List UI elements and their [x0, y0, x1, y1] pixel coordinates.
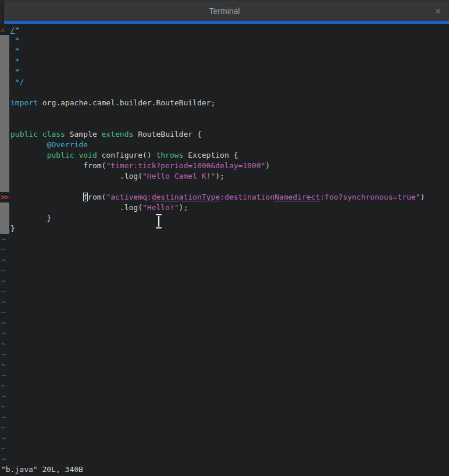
sign-column [0, 140, 9, 150]
sign-column [0, 45, 9, 56]
code-line[interactable]: } [0, 223, 449, 234]
empty-line-tilde: ~ [0, 402, 449, 412]
empty-line-tilde: ~ [0, 265, 449, 276]
sign-column [0, 87, 9, 98]
code-token: :destination [220, 193, 275, 201]
empty-line-tilde: ~ [0, 276, 449, 286]
code-token: Namedirect [275, 193, 320, 201]
code-token: public class [10, 130, 65, 138]
code-token: } [10, 224, 15, 233]
empty-line-tilde: ~ [0, 244, 449, 255]
code-line[interactable]: * [0, 66, 449, 77]
empty-line-tilde: ~ [0, 307, 449, 318]
code-token: * [15, 25, 20, 34]
empty-line-tilde: ~ [0, 297, 449, 307]
titlebar-left-edge [0, 1, 4, 24]
empty-line-tilde: ~ [0, 422, 449, 433]
titlebar[interactable]: Terminal × [0, 0, 449, 21]
sign-column [0, 66, 9, 77]
vim-block-cursor: f [83, 193, 88, 201]
sign-column [0, 203, 9, 213]
sign-column [0, 129, 9, 140]
code-token: public void [47, 151, 97, 159]
sign-column [0, 119, 9, 129]
code-line[interactable]: .log("Hello Camel K!"); [0, 171, 449, 182]
code-token: ) [265, 161, 270, 170]
code-token: import [10, 98, 38, 107]
warning-icon: ⚠ [1, 24, 10, 35]
close-icon[interactable]: × [433, 6, 443, 16]
code-token: RouteBuilder { [133, 130, 201, 138]
code-token: * [10, 46, 20, 55]
code-token: throws [156, 151, 183, 159]
sign-column [0, 223, 9, 234]
empty-line-tilde: ~ [0, 255, 449, 265]
code-line[interactable]: * [0, 56, 449, 66]
code-token: * [10, 67, 20, 76]
code-line[interactable]: */ [0, 77, 449, 87]
code-line[interactable] [0, 182, 449, 192]
empty-line-tilde: ~ [0, 443, 449, 454]
code-area: ⚠/* * * * * */import org.apache.camel.bu… [0, 24, 449, 234]
code-token: "timer:tick?period=1000&delay=1000" [106, 161, 265, 170]
code-token: ); [179, 203, 188, 212]
code-line[interactable]: public class Sample extends RouteBuilder… [0, 129, 449, 140]
empty-line-tilde: ~ [0, 370, 449, 381]
code-token: .log( [10, 203, 142, 212]
code-token: .log( [10, 172, 142, 180]
empty-line-tilde: ~ [0, 360, 449, 370]
window-title: Terminal [209, 6, 240, 16]
sign-column [0, 35, 9, 45]
code-token: Exception { [183, 151, 238, 159]
code-line[interactable]: * [0, 35, 449, 45]
sign-column [0, 108, 9, 119]
code-token: destinationType [152, 193, 220, 201]
code-line[interactable]: from("timer:tick?period=1000&delay=1000"… [0, 161, 449, 171]
code-line[interactable]: } [0, 213, 449, 223]
terminal-window: Terminal × ⚠/* * * * * */import org.apac… [0, 0, 449, 476]
code-token: @Override [47, 140, 88, 149]
code-line[interactable] [0, 87, 449, 98]
empty-line-tilde: ~ [0, 433, 449, 443]
empty-line-tilde: ~ [0, 286, 449, 297]
empty-line-tilde: ~ [0, 381, 449, 391]
code-token: from( [10, 161, 106, 170]
breakpoint-marker-icon: >> [1, 192, 10, 203]
code-line[interactable]: ⚠/* [0, 24, 449, 35]
code-token: "activemq: [106, 193, 151, 201]
sign-column [0, 213, 9, 223]
code-token: ); [215, 172, 224, 180]
sign-column [0, 56, 9, 66]
empty-lines-area: ~~~~~~~~~~~~~~~~~~~~~~ [0, 234, 449, 464]
sign-column [0, 171, 9, 182]
code-token [10, 140, 47, 149]
code-token [10, 193, 83, 201]
code-token: extends [102, 130, 134, 138]
empty-line-tilde: ~ [0, 328, 449, 339]
code-line[interactable]: public void configure() throws Exception… [0, 150, 449, 161]
code-line[interactable] [0, 108, 449, 119]
text-ibeam-cursor-icon [154, 214, 163, 229]
sign-column [0, 98, 9, 108]
sign-column [0, 150, 9, 161]
code-token: configure() [97, 151, 156, 159]
code-token [10, 151, 47, 159]
code-token: :foo?synchronous=true" [320, 193, 420, 201]
code-token: } [10, 214, 51, 222]
code-line[interactable] [0, 119, 449, 129]
sign-column [0, 182, 9, 192]
terminal-content[interactable]: ⚠/* * * * * */import org.apache.camel.bu… [0, 24, 449, 476]
code-line[interactable]: >> from("activemq:destinationType:destin… [0, 192, 449, 203]
empty-line-tilde: ~ [0, 349, 449, 360]
code-token: Sample [65, 130, 102, 138]
code-line[interactable]: * [0, 45, 449, 56]
code-token: org.apache.camel.builder.RouteBuilder; [38, 98, 215, 107]
code-token: */ [10, 77, 24, 86]
sign-column [0, 77, 9, 87]
sign-column [0, 161, 9, 171]
code-line[interactable]: import org.apache.camel.builder.RouteBui… [0, 98, 449, 108]
code-line[interactable]: @Override [0, 140, 449, 150]
code-token: * [10, 56, 20, 65]
code-line[interactable]: .log("Hello!"); [0, 203, 449, 213]
code-token: "Hello Camel K!" [142, 172, 215, 180]
